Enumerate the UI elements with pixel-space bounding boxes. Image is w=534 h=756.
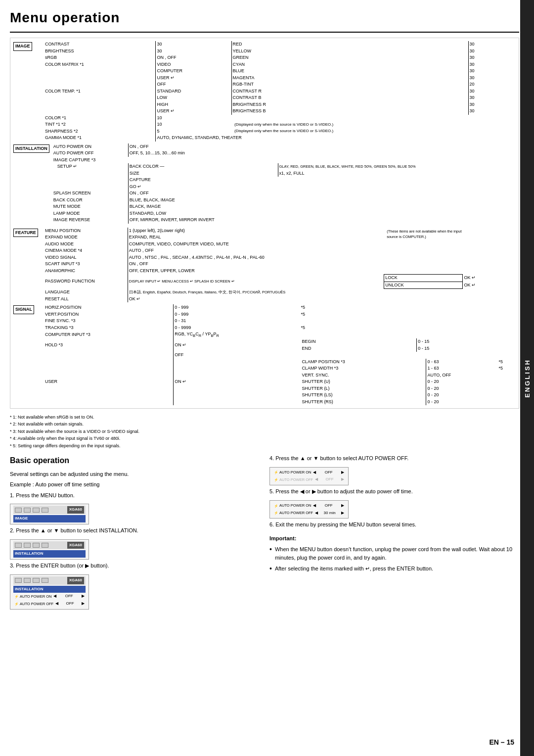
screen4-row2: ⚡ AUTO POWER OFF ◀ OFF ▶ xyxy=(273,476,345,483)
footnote-5: * 5: Setting range differs depending on … xyxy=(10,442,519,449)
screen5-arrow-right-2: ▶ xyxy=(341,510,344,517)
bullet-dot-2: • xyxy=(269,565,272,573)
screen3-row2-value: OFF xyxy=(60,601,80,607)
screen3-row1-value: OFF xyxy=(58,593,80,600)
screen3-arrow-left-1: ◀ xyxy=(53,593,56,600)
screen5-row2: ⚡ AUTO POWER OFF ◀ 30 min ▶ xyxy=(273,510,345,517)
screen5-row1-label: AUTO POWER ON xyxy=(279,503,311,509)
screen3-row1-label: AUTO POWER ON xyxy=(20,594,51,600)
language-label: ENGLISH xyxy=(524,359,531,398)
screen3-row2-label: AUTO POWER OFF xyxy=(20,601,53,607)
important-text-1: When the MENU button doesn’t function, u… xyxy=(275,545,519,563)
section-installation: INSTALLATION xyxy=(13,144,49,153)
step-5: 5. Press the ◀ or ▶ button to adjust the… xyxy=(269,487,519,496)
screen5-row2-icon: ⚡ AUTO POWER OFF xyxy=(274,510,313,516)
screen-mockup-3: XGA60 INSTALLATION ⚡ AUTO POWER ON ◀ OFF… xyxy=(10,574,89,610)
menu-icon-9 xyxy=(15,578,22,583)
screen3-row1: ⚡ AUTO POWER ON ◀ OFF ▶ xyxy=(13,593,86,600)
menu-icon-6 xyxy=(24,543,31,548)
screen3-highlight: INSTALLATION xyxy=(13,586,86,593)
screen5-arrow-left-1: ◀ xyxy=(313,503,316,509)
menu-icon-5 xyxy=(15,543,22,548)
screen4-arrow-right-2: ▶ xyxy=(341,476,344,483)
footnote-4: * 4: Available only when the input signa… xyxy=(10,435,519,442)
menu-icon-10 xyxy=(24,578,31,583)
section-signal: SIGNAL xyxy=(13,305,34,314)
menu-icon-12 xyxy=(42,578,48,583)
screen-mockup-5: ⚡ AUTO POWER ON ◀ OFF ▶ ⚡ AUTO POWER OFF… xyxy=(269,500,349,519)
page-container: ENGLISH Menu operation IMAGE CONTRAST 30 xyxy=(0,0,534,756)
step-1: 1. Press the MENU button. xyxy=(10,491,260,500)
xga-label-1: XGA60 xyxy=(67,506,84,514)
step-3: 3. Press the ENTER button (or ▶ button). xyxy=(10,562,260,570)
screen4-row1-icon: ⚡ AUTO POWER ON xyxy=(274,470,311,475)
step-4: 4. Press the ▲ or ▼ button to select AUT… xyxy=(269,454,519,463)
page-footer: EN – 15 xyxy=(489,738,514,746)
screen4-arrow-left-2: ◀ xyxy=(315,476,318,483)
page-title: Menu operation xyxy=(10,10,519,26)
important-label: Important: xyxy=(269,534,519,543)
section-image: IMAGE xyxy=(13,42,32,51)
screen4-arrow-right-1: ▶ xyxy=(341,470,344,476)
screen5-row2-label: AUTO POWER OFF xyxy=(279,510,313,516)
menu-icon-7 xyxy=(33,543,40,548)
screen2-highlight: INSTALLATION xyxy=(13,550,86,558)
screen3-row2: ⚡ AUTO POWER OFF ◀ OFF ▶ xyxy=(13,600,86,608)
screen3-arrow-left-2: ◀ xyxy=(55,601,58,607)
screen-mockup-4: ⚡ AUTO POWER ON ◀ OFF ▶ ⚡ AUTO POWER OFF… xyxy=(269,467,349,486)
screen3-row1-icon: ⚡ AUTO POWER ON xyxy=(14,594,51,600)
step-6: 6. Exit the menu by pressing the MENU bu… xyxy=(269,520,519,529)
screen5-arrow-right-1: ▶ xyxy=(341,503,344,509)
menu-icon-11 xyxy=(33,578,40,583)
menu-diagram: IMAGE CONTRAST 30 RED 30 BRIGHTNESS xyxy=(10,38,519,409)
screen5-row2-value: 30 min xyxy=(320,510,339,517)
screen4-row1-value: OFF xyxy=(318,470,339,476)
xga-label-2: XGA60 xyxy=(67,542,84,549)
screen3-arrow-right-1: ▶ xyxy=(82,593,85,600)
screen4-row1-label: AUTO POWER ON xyxy=(279,470,311,475)
right-sidebar: ENGLISH xyxy=(520,0,534,756)
screen1-titlebar: XGA60 xyxy=(13,506,86,514)
menu-icon-2 xyxy=(24,508,31,513)
screen2-titlebar: XGA60 xyxy=(13,541,86,550)
bullet-dot-1: • xyxy=(269,545,272,563)
intro-text: Several settings can be adjusted using t… xyxy=(10,470,260,479)
footnotes: * 1: Not available when sRGB is set to O… xyxy=(10,414,519,449)
two-col-layout: Basic operation Several settings can be … xyxy=(10,454,519,612)
screen3-arrow-right-2: ▶ xyxy=(82,601,85,607)
screen3-titlebar: XGA60 xyxy=(13,576,86,585)
footnote-3: * 3: Not available when the source is a … xyxy=(10,428,519,435)
menu-icon-8 xyxy=(42,543,48,548)
screen4-row2-label: AUTO POWER OFF xyxy=(279,477,313,483)
screen5-arrow-left-2: ◀ xyxy=(315,510,318,517)
screen-mockup-1: XGA60 IMAGE xyxy=(10,504,89,524)
footnote-1: * 1: Not available when sRGB is set to O… xyxy=(10,414,519,421)
screen1-highlight: IMAGE xyxy=(13,515,86,522)
xga-label-3: XGA60 xyxy=(67,577,84,584)
screen5-row1-icon: ⚡ AUTO POWER ON xyxy=(274,503,311,509)
important-item-1: • When the MENU button doesn’t function,… xyxy=(269,545,519,563)
right-column: 4. Press the ▲ or ▼ button to select AUT… xyxy=(269,454,519,612)
title-divider xyxy=(10,32,519,33)
screen3-row2-icon: ⚡ AUTO POWER OFF xyxy=(14,601,53,607)
menu-icon-4 xyxy=(42,508,48,513)
menu-icon-1 xyxy=(15,508,22,513)
important-item-2: • After selecting the items marked with … xyxy=(269,565,519,573)
menu-icon-3 xyxy=(33,508,40,513)
screen-mockup-2: XGA60 INSTALLATION xyxy=(10,539,89,560)
screen5-row1-value: OFF xyxy=(318,503,339,509)
screen5-row1: ⚡ AUTO POWER ON ◀ OFF ▶ xyxy=(273,502,345,510)
step-2: 2. Press the ▲ or ▼ button to select INS… xyxy=(10,526,260,535)
basic-operation-title: Basic operation xyxy=(10,454,260,467)
screen4-row2-value: OFF xyxy=(320,476,339,483)
left-column: Basic operation Several settings can be … xyxy=(10,454,260,612)
screen4-row1: ⚡ AUTO POWER ON ◀ OFF ▶ xyxy=(273,469,345,476)
section-feature: FEATURE xyxy=(13,229,38,237)
example-text: Example : Auto power off time setting xyxy=(10,480,260,489)
screen4-row2-icon: ⚡ AUTO POWER OFF xyxy=(274,477,313,483)
important-section: Important: • When the MENU button doesn’… xyxy=(269,534,519,573)
screen4-arrow-left-1: ◀ xyxy=(313,470,316,476)
important-text-2: After selecting the items marked with ↵,… xyxy=(275,565,433,573)
footnote-2: * 2: Not available with certain signals. xyxy=(10,421,519,427)
